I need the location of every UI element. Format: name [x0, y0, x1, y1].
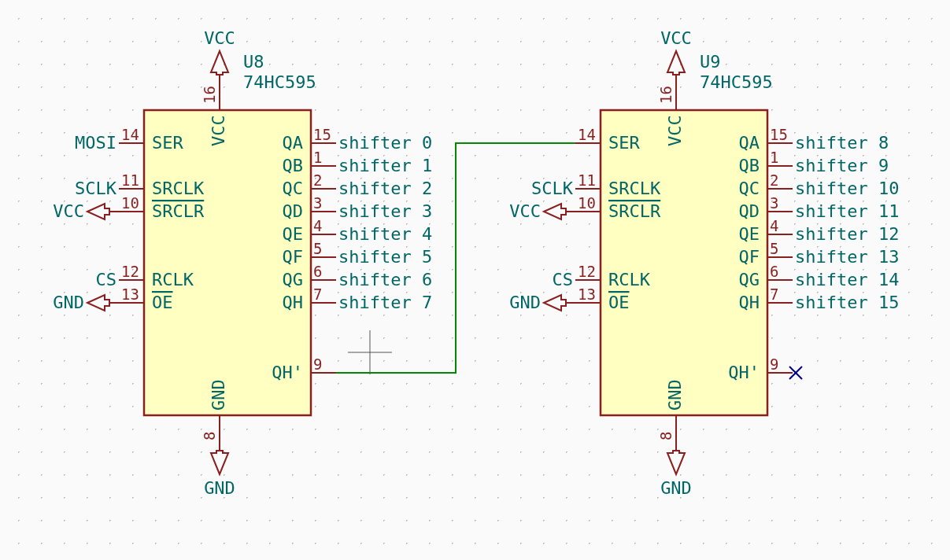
svg-text:VCC: VCC — [204, 28, 235, 48]
net-label: shifter 11 — [795, 201, 899, 221]
net-label: shifter 13 — [795, 247, 899, 267]
svg-text:SER: SER — [152, 133, 183, 153]
svg-text:QG: QG — [283, 270, 304, 289]
svg-text:VCC: VCC — [509, 201, 541, 221]
net-label: shifter 10 — [795, 179, 899, 198]
svg-text:RCLK: RCLK — [608, 270, 651, 289]
svg-text:2: 2 — [770, 171, 778, 189]
svg-text:9: 9 — [313, 356, 322, 373]
svg-text:GND: GND — [209, 379, 228, 411]
svg-text:2: 2 — [313, 171, 322, 189]
net-label: shifter 3 — [338, 201, 432, 221]
svg-text:GND: GND — [204, 478, 235, 498]
svg-text:4: 4 — [770, 217, 778, 234]
net-label: shifter 12 — [795, 224, 899, 244]
svg-text:SRCLK: SRCLK — [608, 179, 661, 198]
svg-text:5: 5 — [313, 240, 322, 257]
net-label: shifter 7 — [338, 293, 432, 312]
svg-text:13: 13 — [121, 286, 139, 303]
svg-text:QA: QA — [739, 133, 760, 153]
schematic-canvas: U874HC595VCC16VCCGND8GND14SERMOSI11SRCLK… — [0, 0, 950, 560]
svg-text:QH: QH — [283, 293, 304, 312]
svg-text:QB: QB — [739, 156, 760, 175]
svg-text:GND: GND — [509, 293, 541, 312]
svg-text:QD: QD — [283, 201, 304, 221]
svg-text:QF: QF — [739, 247, 760, 267]
net-label: SCLK — [75, 179, 117, 198]
svg-text:6: 6 — [770, 263, 778, 280]
svg-text:SRCLR: SRCLR — [152, 201, 205, 221]
svg-text:7: 7 — [313, 286, 322, 303]
svg-text:QE: QE — [739, 224, 760, 244]
svg-text:11: 11 — [121, 171, 139, 189]
svg-text:SER: SER — [608, 133, 640, 153]
svg-text:1: 1 — [770, 149, 778, 166]
svg-text:QC: QC — [283, 179, 304, 198]
svg-text:10: 10 — [121, 194, 139, 212]
svg-text:5: 5 — [770, 240, 778, 257]
net-label: shifter 8 — [795, 133, 889, 153]
svg-text:GND: GND — [53, 293, 84, 312]
svg-text:SRCLR: SRCLR — [608, 201, 661, 221]
svg-text:OE: OE — [608, 293, 630, 312]
svg-text:15: 15 — [313, 126, 331, 143]
svg-text:GND: GND — [665, 379, 685, 411]
svg-text:13: 13 — [578, 286, 596, 303]
svg-text:QG: QG — [739, 270, 760, 289]
svg-text:QA: QA — [283, 133, 304, 153]
svg-text:11: 11 — [578, 171, 596, 189]
svg-text:QE: QE — [283, 224, 304, 244]
svg-text:7: 7 — [770, 286, 778, 303]
svg-text:10: 10 — [578, 194, 596, 212]
svg-text:QD: QD — [739, 201, 760, 221]
svg-text:16: 16 — [201, 86, 218, 104]
net-label: shifter 1 — [338, 156, 432, 175]
svg-text:SRCLK: SRCLK — [152, 179, 205, 198]
svg-text:16: 16 — [657, 86, 675, 104]
svg-text:QH: QH — [739, 293, 760, 312]
svg-text:RCLK: RCLK — [152, 270, 194, 289]
net-label: shifter 0 — [338, 133, 432, 153]
part-value: 74HC595 — [700, 72, 773, 92]
svg-text:GND: GND — [660, 478, 692, 498]
svg-text:3: 3 — [313, 194, 322, 212]
svg-text:QB: QB — [283, 156, 304, 175]
svg-text:6: 6 — [313, 263, 322, 280]
svg-text:12: 12 — [578, 263, 596, 280]
svg-text:QH': QH' — [728, 363, 760, 382]
svg-text:3: 3 — [770, 194, 778, 212]
net-label: shifter 15 — [795, 293, 899, 312]
svg-text:8: 8 — [657, 432, 675, 440]
net-label: MOSI — [75, 133, 116, 153]
refdes: U9 — [700, 52, 721, 72]
net-label: CS — [553, 270, 574, 289]
svg-text:4: 4 — [313, 217, 322, 234]
svg-text:QH': QH' — [272, 363, 303, 382]
svg-text:VCC: VCC — [665, 115, 685, 146]
part-value: 74HC595 — [243, 72, 316, 92]
svg-text:OE: OE — [152, 293, 173, 312]
svg-text:14: 14 — [121, 126, 139, 143]
net-label: CS — [96, 270, 117, 289]
svg-text:VCC: VCC — [209, 115, 228, 146]
svg-text:9: 9 — [770, 356, 778, 373]
net-label: shifter 14 — [795, 270, 899, 289]
svg-text:QC: QC — [739, 179, 760, 198]
net-label: shifter 9 — [795, 156, 889, 175]
refdes: U8 — [243, 52, 264, 72]
net-label: shifter 6 — [338, 270, 432, 289]
net-label: SCLK — [531, 179, 574, 198]
svg-text:VCC: VCC — [53, 201, 84, 221]
svg-text:1: 1 — [313, 149, 322, 166]
svg-text:8: 8 — [201, 432, 218, 440]
svg-text:QF: QF — [283, 247, 304, 267]
svg-text:15: 15 — [770, 126, 788, 143]
net-label: shifter 5 — [338, 247, 432, 267]
svg-text:14: 14 — [578, 126, 596, 143]
svg-text:VCC: VCC — [660, 28, 692, 48]
net-label: shifter 2 — [338, 179, 432, 198]
svg-text:12: 12 — [121, 263, 139, 280]
net-label: shifter 4 — [338, 224, 432, 244]
